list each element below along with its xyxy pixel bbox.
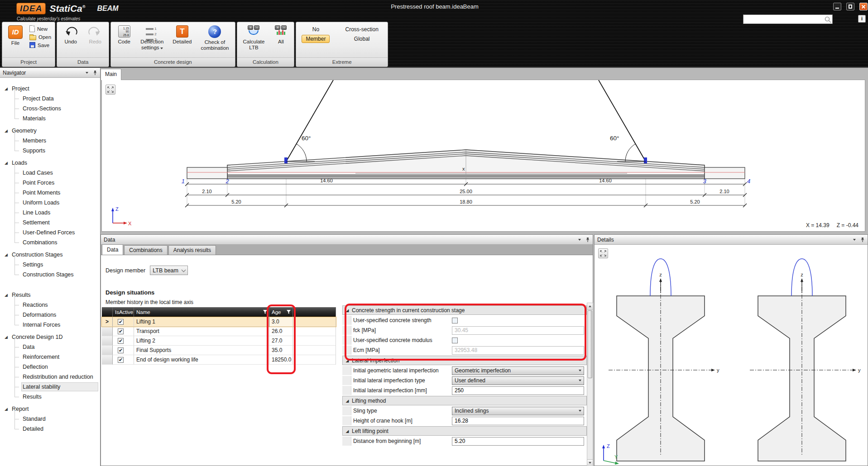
nav-item-detailed[interactable]: Detailed <box>0 424 100 434</box>
imperfection-type-select[interactable]: User defined <box>452 376 584 385</box>
extreme-option-no[interactable]: No <box>302 26 330 33</box>
stage-name-cell[interactable]: Final Supports <box>134 346 269 355</box>
scroll-down-button[interactable] <box>587 459 593 466</box>
pin-icon[interactable] <box>93 70 97 76</box>
properties-scrollbar[interactable] <box>587 303 593 466</box>
row-selector[interactable] <box>102 336 113 346</box>
expand-view-icon[interactable] <box>106 85 115 95</box>
calculate-ltb-button[interactable]: +− CalculateLTB <box>241 24 267 52</box>
maximize-button[interactable] <box>846 3 854 10</box>
scrollbar-thumb[interactable] <box>588 310 592 378</box>
stage-name-cell[interactable]: Transport <box>134 327 269 336</box>
isactive-checkbox[interactable]: ✔ <box>118 328 124 334</box>
detailed-button[interactable]: T Detailed <box>170 24 194 46</box>
extreme-option-global[interactable]: Global <box>341 35 382 43</box>
table-row[interactable]: ✔ End of design working life 18250.0 <box>102 355 336 365</box>
collapse-triangle-icon[interactable]: ◢ <box>343 358 352 363</box>
section-lifting-method[interactable]: ◢ Lifting method <box>342 396 587 405</box>
check-of-combination-button[interactable]: ? Check ofcombination <box>198 24 231 52</box>
row-selector[interactable] <box>102 346 113 355</box>
table-row[interactable]: ✔ Lifting 2 27.0 <box>102 336 336 346</box>
nav-item-data[interactable]: Data <box>0 342 100 352</box>
stage-age-cell[interactable]: 18250.0 <box>269 355 293 365</box>
nav-item-point-forces[interactable]: Point Forces <box>0 178 100 188</box>
table-row[interactable]: ✔ Transport 26.0 <box>102 327 336 336</box>
design-member-select[interactable]: LTB beam <box>150 266 188 275</box>
filter-icon[interactable] <box>287 310 291 314</box>
column-header-isactive[interactable]: IsActive <box>113 307 134 317</box>
row-selector[interactable]: > <box>102 317 113 327</box>
close-button[interactable] <box>859 3 868 10</box>
initial-geometric-imperfection-select[interactable]: Geometric imperfection <box>452 366 584 375</box>
collapse-triangle-icon[interactable]: ◢ <box>5 161 8 165</box>
nav-item-lateral-stability[interactable]: Lateral stability <box>0 382 100 392</box>
extreme-option-cross-section[interactable]: Cross-section <box>341 26 382 33</box>
stage-age-cell[interactable]: 3.0 <box>269 317 293 327</box>
deflection-settings-button[interactable]: 1 2 3 Deflection settings <box>138 24 166 52</box>
nav-item-cross-sections[interactable]: Cross-Sections <box>0 104 100 114</box>
main-viewport[interactable]: x 60° 60° 14.60 14.60 1 2 3 4 <box>101 80 865 232</box>
collapse-triangle-icon[interactable]: ◢ <box>5 335 8 339</box>
nav-item-user-defined-forces[interactable]: User-Defined Forces <box>0 228 100 238</box>
collapse-triangle-icon[interactable]: ◢ <box>343 429 352 433</box>
user-strength-checkbox[interactable] <box>452 318 458 323</box>
nav-item-point-moments[interactable]: Point Moments <box>0 188 100 198</box>
nav-item-supports[interactable]: Supports <box>0 146 100 156</box>
nav-item-load-cases[interactable]: Load Cases <box>0 168 100 178</box>
isactive-checkbox[interactable]: ✔ <box>118 338 124 344</box>
nav-item-uniform-loads[interactable]: Uniform Loads <box>0 198 100 208</box>
nav-item-deflection[interactable]: Deflection <box>0 362 100 372</box>
nav-item-settlement[interactable]: Settlement <box>0 218 100 228</box>
collapse-triangle-icon[interactable]: ◢ <box>343 308 352 313</box>
stage-age-cell[interactable]: 26.0 <box>269 327 293 336</box>
file-button[interactable]: ID File <box>6 24 25 48</box>
stage-age-cell[interactable]: 35.0 <box>269 346 293 355</box>
stage-name-cell[interactable]: Lifting 2 <box>134 336 269 346</box>
nav-item-reinforcement[interactable]: Reinforcement <box>0 352 100 362</box>
table-row[interactable]: ✔ Final Supports 35.0 <box>102 346 336 355</box>
nav-group-geometry[interactable]: ◢Geometry <box>0 125 100 136</box>
collapse-triangle-icon[interactable]: ◢ <box>5 128 8 133</box>
fck-input[interactable] <box>452 326 584 335</box>
nav-item-construction-stages[interactable]: Construction Stages <box>0 270 100 280</box>
nav-group-report[interactable]: ◢Report <box>0 404 100 414</box>
scroll-up-button[interactable] <box>587 303 593 310</box>
tab-data[interactable]: Data <box>102 244 123 255</box>
nav-group-project[interactable]: ◢Project <box>0 83 100 94</box>
code-button[interactable]: 1,15 90 25.8 Code <box>115 24 134 46</box>
collapse-triangle-icon[interactable]: ◢ <box>5 252 8 257</box>
nav-item-internal-forces[interactable]: Internal Forces <box>0 320 100 330</box>
extreme-option-member[interactable]: Member <box>302 35 330 43</box>
initial-imperfection-input[interactable] <box>452 386 584 395</box>
nav-group-concrete-design-1d[interactable]: ◢Concrete Design 1D <box>0 332 100 342</box>
sling-type-select[interactable]: Inclined slings <box>452 407 584 415</box>
isactive-checkbox[interactable]: ✔ <box>118 319 124 325</box>
collapse-triangle-icon[interactable]: ◢ <box>5 86 8 91</box>
open-button[interactable]: Open <box>29 34 51 40</box>
filter-icon[interactable] <box>263 310 267 314</box>
undo-button[interactable]: Undo <box>61 24 81 46</box>
nav-item-materials[interactable]: Materials <box>0 114 100 124</box>
stage-age-cell[interactable]: 27.0 <box>269 336 293 346</box>
row-selector[interactable] <box>102 327 113 336</box>
nav-item-project-data[interactable]: Project Data <box>0 94 100 104</box>
nav-group-construction-stages[interactable]: ◢Construction Stages <box>0 249 100 260</box>
isactive-checkbox[interactable]: ✔ <box>118 357 124 363</box>
panel-menu-icon[interactable] <box>852 239 856 241</box>
redo-button[interactable]: Redo <box>85 24 105 46</box>
save-button[interactable]: Save <box>29 42 51 48</box>
distance-from-beginning-input[interactable] <box>452 437 584 446</box>
tab-analysis-results[interactable]: Analysis results <box>168 245 216 255</box>
table-row[interactable]: > ✔ Lifting 1 3.0 <box>102 317 336 327</box>
row-selector[interactable] <box>102 355 113 365</box>
user-modulus-checkbox[interactable] <box>452 338 458 343</box>
nav-group-results[interactable]: ◢Results <box>0 290 100 300</box>
collapse-triangle-icon[interactable]: ◢ <box>5 293 8 297</box>
nav-item-reactions[interactable]: Reactions <box>0 300 100 310</box>
nav-item-deformations[interactable]: Deformations <box>0 310 100 320</box>
stage-name-cell[interactable]: End of design working life <box>134 355 269 365</box>
collapse-triangle-icon[interactable]: ◢ <box>5 407 8 411</box>
section-lateral-imperfection[interactable]: ◢ Lateral imperfection <box>342 356 587 365</box>
minimize-button[interactable] <box>833 3 841 10</box>
pin-icon[interactable] <box>860 237 865 243</box>
